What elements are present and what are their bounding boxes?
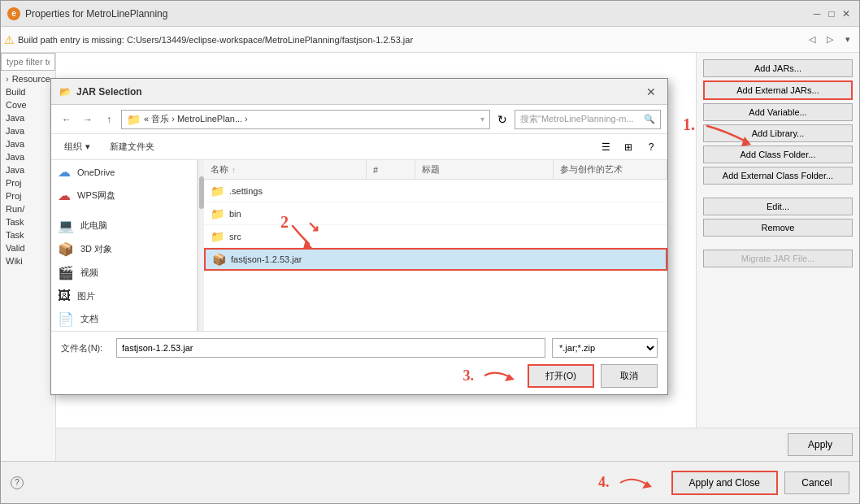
title-bar: e Properties for MetroLinePlanning ─ □ ✕ (1, 1, 859, 27)
nav-item-wps[interactable]: ☁ WPS网盘 (51, 184, 197, 207)
sidebar-items: Resource Build Cove Java Java Java Java … (1, 71, 55, 269)
file-cell-settings-artist (554, 180, 667, 202)
sidebar-item-java3[interactable]: Java (1, 137, 55, 150)
dialog-file-area: ☁ OneDrive ☁ WPS网盘 💻 此电脑 📦 3D 对象 🎬 视频 🖼 (51, 160, 667, 331)
apply-button[interactable]: Apply (788, 433, 853, 456)
folder-icon-settings: 📁 (211, 185, 224, 198)
breadcrumb-bar: 📁 « 音乐 › MetroLinePlan... › ▾ (121, 110, 490, 129)
dropdown-button[interactable]: ▾ (840, 32, 856, 48)
nav-item-onedrive[interactable]: ☁ OneDrive (51, 160, 197, 184)
col-header-artist: 参与创作的艺术 (554, 160, 667, 179)
file-cell-src-title (415, 225, 554, 247)
nav-item-pictures[interactable]: 🖼 图片 (51, 285, 197, 307)
add-library-button[interactable]: Add Library... (703, 124, 853, 142)
maximize-button[interactable]: □ (825, 7, 838, 20)
file-cell-src-artist (554, 225, 667, 247)
sidebar-item-wiki[interactable]: Wiki (1, 254, 55, 267)
sidebar-item-proj2[interactable]: Proj (1, 189, 55, 202)
filename-input[interactable] (116, 338, 545, 358)
organize-menu-button[interactable]: 组织 ▾ (58, 139, 97, 154)
title-bar-left: e Properties for MetroLinePlanning (7, 7, 167, 20)
migrate-jar-button[interactable]: Migrate JAR File... (703, 250, 853, 267)
view-details-button[interactable]: ⊞ (619, 137, 638, 157)
view-list-button[interactable]: ☰ (596, 137, 615, 157)
breadcrumb-folder-icon: 📁 (127, 113, 141, 126)
dialog-forward-button[interactable]: → (79, 111, 97, 128)
3d-icon: 📦 (58, 241, 74, 257)
add-external-jars-button[interactable]: Add External JARs... (703, 80, 853, 100)
dialog-up-button[interactable]: ↑ (100, 111, 118, 128)
forward-button[interactable]: ▷ (822, 32, 838, 48)
dialog-left-nav: ☁ OneDrive ☁ WPS网盘 💻 此电脑 📦 3D 对象 🎬 视频 🖼 (51, 160, 198, 331)
scroll-thumb (199, 176, 204, 209)
sidebar-item-run[interactable]: Run/ (1, 202, 55, 215)
col-header-name: 名称 ↑ (204, 160, 367, 179)
computer-icon: 💻 (58, 218, 74, 233)
dialog-toolbar: ← → ↑ 📁 « 音乐 › MetroLinePlan... › ▾ ↻ 搜索… (51, 105, 667, 134)
sidebar-item-java2[interactable]: Java (1, 124, 55, 137)
sidebar-item-cove[interactable]: Cove (1, 98, 55, 111)
add-variable-button[interactable]: Add Variable... (703, 103, 853, 121)
dialog-close-button[interactable]: ✕ (643, 84, 659, 100)
annotation-arrow4 (616, 471, 665, 495)
cancel-button[interactable]: Cancel (784, 471, 849, 494)
filetype-select[interactable]: *.jar;*.zip (552, 338, 658, 358)
annotation-step4: 4. (598, 474, 610, 491)
dialog-bottom: 文件名(N): *.jar;*.zip 3. 打开(O) 取消 (51, 331, 667, 394)
search-bar: 搜索"MetroLinePlanning-m... 🔍 (515, 110, 661, 129)
search-icon[interactable]: 🔍 (644, 114, 655, 124)
file-item-src[interactable]: 📁 src (204, 225, 667, 248)
nav-item-thispc[interactable]: 💻 此电脑 (51, 214, 197, 237)
warning-icon: ⚠ (4, 33, 15, 46)
nav-item-3d[interactable]: 📦 3D 对象 (51, 237, 197, 261)
file-item-fastjson[interactable]: 📦 fastjson-1.2.53.jar (204, 248, 667, 271)
pictures-icon: 🖼 (58, 289, 71, 303)
minimize-button[interactable]: ─ (810, 7, 823, 20)
edit-button[interactable]: Edit... (703, 198, 853, 215)
dialog-cancel-button[interactable]: 取消 (601, 364, 658, 388)
add-external-class-folder-button[interactable]: Add External Class Folder... (703, 167, 853, 185)
file-item-settings[interactable]: 📁 .settings (204, 180, 667, 202)
sidebar-item-java1[interactable]: Java (1, 111, 55, 124)
dialog-open-button[interactable]: 打开(O) (528, 364, 594, 388)
dialog-title-bar: 📂 JAR Selection ✕ (51, 79, 667, 105)
help-icon[interactable]: ? (11, 476, 24, 489)
sidebar-item-proj1[interactable]: Proj (1, 176, 55, 189)
new-folder-button[interactable]: 新建文件夹 (103, 139, 161, 154)
wps-icon: ☁ (58, 188, 71, 203)
toolbar-area: ⚠ Build path entry is missing: C:Users/1… (1, 27, 859, 53)
back-button[interactable]: ◁ (804, 32, 820, 48)
dialog-title: 📂 JAR Selection (59, 86, 142, 98)
help-dialog-button[interactable]: ? (641, 137, 661, 157)
breadcrumb-dropdown[interactable]: ▾ (480, 115, 484, 124)
sidebar-item-valid[interactable]: Valid (1, 241, 55, 254)
file-item-bin[interactable]: 📁 bin (204, 202, 667, 225)
folder-icon-src: 📁 (211, 230, 224, 243)
close-window-button[interactable]: ✕ (840, 7, 853, 20)
annotation-arrow3 (480, 366, 521, 386)
window-title: Properties for MetroLinePlanning (25, 8, 167, 20)
sidebar-item-task1[interactable]: Task (1, 215, 55, 228)
annotation-step3: 3. (463, 367, 475, 385)
left-sidebar: Resource Build Cove Java Java Java Java … (1, 53, 56, 461)
sidebar-item-java5[interactable]: Java (1, 163, 55, 176)
refresh-button[interactable]: ↻ (493, 111, 511, 128)
col-header-num: # (367, 160, 415, 179)
file-cell-src-name: 📁 src (204, 225, 367, 247)
add-jars-button[interactable]: Add JARs... (703, 59, 853, 77)
nav-item-docs[interactable]: 📄 文档 (51, 307, 197, 331)
add-class-folder-button[interactable]: Add Class Folder... (703, 146, 853, 163)
sidebar-item-java4[interactable]: Java (1, 150, 55, 163)
dialog-back-button[interactable]: ← (58, 111, 76, 128)
left-nav-scrollbar[interactable] (198, 160, 204, 331)
sidebar-item-task2[interactable]: Task (1, 228, 55, 241)
sidebar-item-resource[interactable]: Resource (1, 72, 55, 85)
folder-icon-bin: 📁 (211, 207, 224, 220)
filter-input[interactable] (1, 53, 55, 71)
sidebar-item-build[interactable]: Build (1, 85, 55, 98)
eclipse-icon: e (7, 7, 20, 20)
remove-button[interactable]: Remove (703, 219, 853, 237)
nav-item-video[interactable]: 🎬 视频 (51, 261, 197, 285)
dialog-file-list: 名称 ↑ # 标题 参与创作的艺术 📁 .settings (204, 160, 667, 331)
apply-and-close-button[interactable]: Apply and Close (671, 471, 778, 495)
